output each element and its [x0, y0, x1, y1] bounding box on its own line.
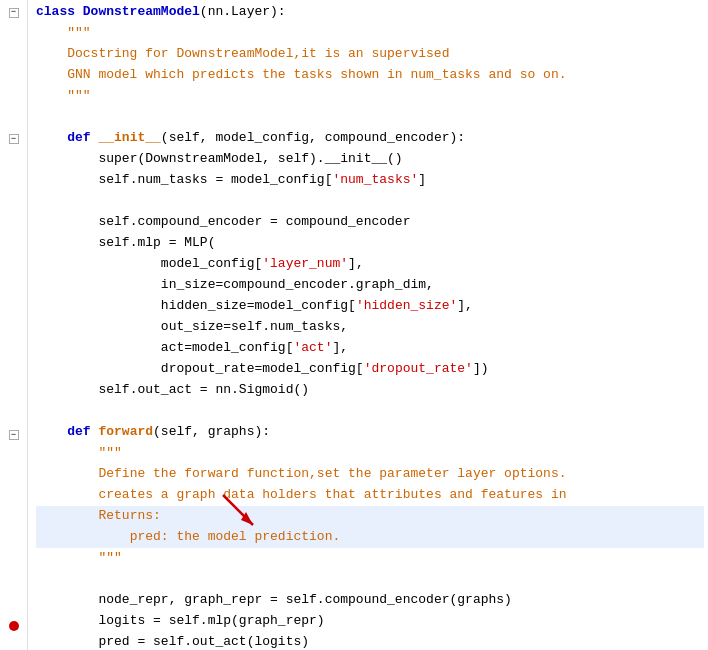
code-container: − − −: [0, 0, 708, 650]
code-line-mlp-dropout: dropout_rate=model_config['dropout_rate'…: [36, 359, 704, 380]
code-compound-enc-text: self.compound_encoder = compound_encoder: [36, 212, 704, 232]
gutter-16: [0, 340, 27, 361]
gutter-7: [0, 150, 27, 171]
code-logits-text: logits = self.mlp(graph_repr): [36, 611, 704, 631]
gutter-18: [0, 383, 27, 404]
code-fw-doc1-text: Define the forward function,set the para…: [36, 464, 704, 484]
code-line-out-act: self.out_act = nn.Sigmoid(): [36, 380, 704, 401]
code-line-mlp-insize: in_size=compound_encoder.graph_dim,: [36, 275, 704, 296]
gutter-fold-init[interactable]: −: [0, 129, 27, 150]
gutter-10: [0, 213, 27, 234]
code-mlp-out-text: out_size=self.num_tasks,: [36, 317, 704, 337]
code-doc2-text: GNN model which predicts the tasks shown…: [36, 65, 704, 85]
code-pred-text: pred = self.out_act(logits): [36, 632, 704, 650]
gutter-3: [0, 65, 27, 86]
gutter-14: [0, 298, 27, 319]
code-line-blank4: [36, 569, 704, 590]
code-mlp-act-text: act=model_config['act'],: [36, 338, 704, 358]
gutter-5: [0, 108, 27, 129]
code-blank3-text: [36, 401, 704, 421]
gutter-27: [0, 573, 27, 594]
code-mlp-dropout-text: dropout_rate=model_config['dropout_rate'…: [36, 359, 704, 379]
code-line-fw-doc2: creates a graph data holders that attrib…: [36, 485, 704, 506]
code-fw-doc-open-text: """: [36, 443, 704, 463]
code-line-mlp-act: act=model_config['act'],: [36, 338, 704, 359]
gutter-24: [0, 509, 27, 530]
code-line-mlp-start: self.mlp = MLP(: [36, 233, 704, 254]
code-fw-pred-doc-text: pred: the model prediction.: [36, 527, 704, 547]
code-line-blank3: [36, 401, 704, 422]
fold-icon-class[interactable]: −: [9, 8, 19, 18]
code-line-fw-returns: Returns:: [36, 506, 704, 527]
gutter-15: [0, 319, 27, 340]
code-line-num-tasks: self.num_tasks = model_config['num_tasks…: [36, 170, 704, 191]
code-forward-def-text: def forward(self, graphs):: [36, 422, 704, 442]
gutter-13: [0, 277, 27, 298]
code-line-blank2: [36, 191, 704, 212]
code-line-fw-doc1: Define the forward function,set the para…: [36, 464, 704, 485]
code-line-mlp-hidden: hidden_size=model_config['hidden_size'],: [36, 296, 704, 317]
code-mlp-hidden-text: hidden_size=model_config['hidden_size'],: [36, 296, 704, 316]
code-mlp-start-text: self.mlp = MLP(: [36, 233, 704, 253]
gutter-fold-class[interactable]: −: [0, 2, 27, 23]
code-num-tasks-text: self.num_tasks = model_config['num_tasks…: [36, 170, 704, 190]
gutter-4: [0, 87, 27, 108]
code-line-pred: pred = self.out_act(logits): [36, 632, 704, 650]
code-line-mlp-out: out_size=self.num_tasks,: [36, 317, 704, 338]
code-line-fw-doc-close: """: [36, 548, 704, 569]
gutter-28: [0, 594, 27, 615]
gutter-12: [0, 256, 27, 277]
line-gutter: − − −: [0, 0, 28, 650]
code-blank2-text: [36, 191, 704, 211]
code-line-doc2: GNN model which predicts the tasks shown…: [36, 65, 704, 86]
code-line-doc1: Docstring for DownstreamModel,it is an s…: [36, 44, 704, 65]
code-fw-doc2-text: creates a graph data holders that attrib…: [36, 485, 704, 505]
code-class-def-text: class DownstreamModel(nn.Layer):: [36, 2, 704, 22]
code-doc-open-text: """: [36, 23, 704, 43]
code-doc-close-text: """: [36, 86, 704, 106]
code-init-def-text: def __init__(self, model_config, compoun…: [36, 128, 704, 148]
gutter-21: [0, 446, 27, 467]
code-area: class DownstreamModel(nn.Layer): """ Doc…: [28, 0, 708, 650]
gutter-1: [0, 23, 27, 44]
gutter-breakpoint[interactable]: [0, 615, 27, 636]
code-node-repr-text: node_repr, graph_repr = self.compound_en…: [36, 590, 704, 610]
gutter-17: [0, 361, 27, 382]
code-line-forward-def: def forward(self, graphs):: [36, 422, 704, 443]
fold-icon-init[interactable]: −: [9, 134, 19, 144]
code-line-init-def: def __init__(self, model_config, compoun…: [36, 128, 704, 149]
code-blank4-text: [36, 569, 704, 589]
gutter-fold-forward[interactable]: −: [0, 425, 27, 446]
gutter-26: [0, 552, 27, 573]
code-mlp-layer-text: model_config['layer_num'],: [36, 254, 704, 274]
code-line-super: super(DownstreamModel, self).__init__(): [36, 149, 704, 170]
gutter-25: [0, 531, 27, 552]
code-out-act-text: self.out_act = nn.Sigmoid(): [36, 380, 704, 400]
code-line-mlp-layer: model_config['layer_num'],: [36, 254, 704, 275]
gutter-2: [0, 44, 27, 65]
code-line-logits: logits = self.mlp(graph_repr): [36, 611, 704, 632]
code-line-doc-open: """: [36, 23, 704, 44]
code-mlp-insize-text: in_size=compound_encoder.graph_dim,: [36, 275, 704, 295]
code-fw-doc-close-text: """: [36, 548, 704, 568]
gutter-30: [0, 636, 27, 650]
fold-icon-forward[interactable]: −: [9, 430, 19, 440]
code-fw-returns-text: Returns:: [36, 506, 704, 526]
gutter-11: [0, 235, 27, 256]
code-line-doc-close: """: [36, 86, 704, 107]
gutter-23: [0, 488, 27, 509]
gutter-9: [0, 192, 27, 213]
gutter-8: [0, 171, 27, 192]
gutter-22: [0, 467, 27, 488]
code-line-compound-enc: self.compound_encoder = compound_encoder: [36, 212, 704, 233]
code-line-class-def: class DownstreamModel(nn.Layer):: [36, 2, 704, 23]
code-blank1-text: [36, 107, 704, 127]
code-line-node-repr: node_repr, graph_repr = self.compound_en…: [36, 590, 704, 611]
code-line-fw-doc-open: """: [36, 443, 704, 464]
breakpoint-icon[interactable]: [9, 621, 19, 631]
code-super-text: super(DownstreamModel, self).__init__(): [36, 149, 704, 169]
code-line-fw-pred-doc: pred: the model prediction.: [36, 527, 704, 548]
code-doc1-text: Docstring for DownstreamModel,it is an s…: [36, 44, 704, 64]
gutter-19: [0, 404, 27, 425]
code-line-blank1: [36, 107, 704, 128]
